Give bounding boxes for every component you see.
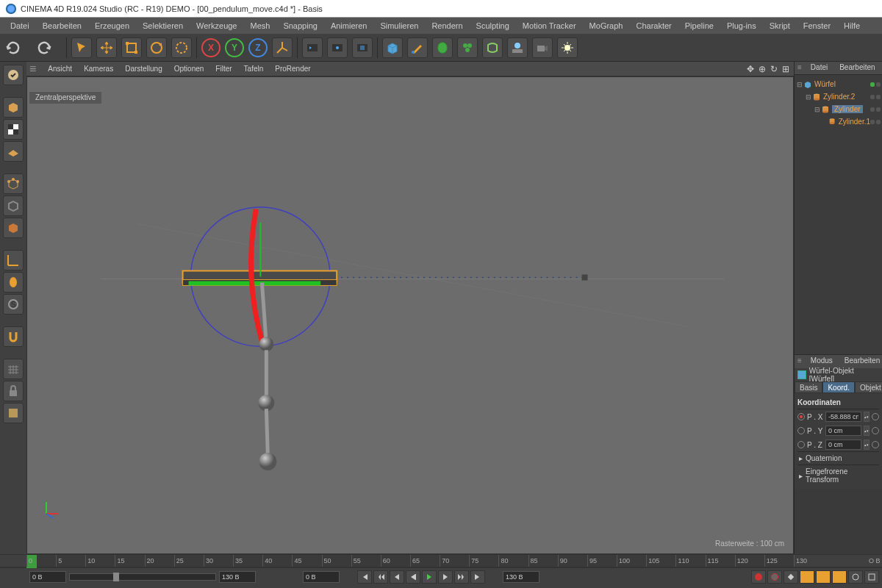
menu-charakter[interactable]: Charakter bbox=[630, 19, 677, 32]
record-key-icon[interactable] bbox=[751, 570, 766, 584]
render-pictureviewer-icon[interactable] bbox=[327, 37, 348, 58]
workgrid-icon[interactable] bbox=[3, 359, 24, 379]
hierarchy-row-zylinder2[interactable]: ⊟ Zylinder.2 bbox=[796, 90, 881, 103]
vp-nav-rot-icon[interactable]: ↻ bbox=[769, 64, 779, 74]
y-axis-lock[interactable]: Y bbox=[225, 38, 244, 57]
nurbs-icon[interactable] bbox=[432, 37, 453, 58]
key-pos-icon[interactable] bbox=[800, 570, 814, 584]
menu-werkzeuge[interactable]: Werkzeuge bbox=[190, 19, 243, 32]
menu-motiontracker[interactable]: Motion Tracker bbox=[517, 19, 582, 32]
om-tab-datei[interactable]: Datei bbox=[805, 62, 833, 74]
render-settings-icon[interactable] bbox=[352, 37, 373, 58]
pz-input[interactable] bbox=[825, 440, 861, 450]
keyframe-dot-icon[interactable] bbox=[872, 441, 879, 448]
spinner-icon[interactable]: ▴▾ bbox=[864, 412, 870, 422]
move-tool[interactable] bbox=[96, 37, 117, 58]
om-tab-bearbeiten[interactable]: Bearbeiten bbox=[833, 62, 881, 74]
polygons-mode-icon[interactable] bbox=[3, 218, 24, 238]
next-key-icon[interactable] bbox=[454, 570, 469, 584]
workplane-mode-icon[interactable] bbox=[3, 141, 24, 162]
deformer-icon[interactable] bbox=[482, 37, 503, 58]
play-back-icon[interactable] bbox=[406, 570, 420, 584]
goto-end-icon[interactable] bbox=[470, 570, 485, 584]
prev-frame-icon[interactable] bbox=[390, 570, 404, 584]
snap-toggle-icon[interactable]: S bbox=[3, 294, 24, 315]
coord-system-icon[interactable] bbox=[272, 37, 293, 58]
keyframe-dot-icon[interactable] bbox=[872, 427, 879, 434]
menu-fenster[interactable]: Fenster bbox=[797, 19, 836, 32]
spinner-icon[interactable]: ▴▾ bbox=[864, 426, 870, 436]
menu-mesh[interactable]: Mesh bbox=[244, 19, 276, 32]
attr-quaternion-collapse[interactable]: ▸Quaternion bbox=[797, 451, 879, 465]
range-start-input[interactable] bbox=[29, 571, 66, 583]
vp-menu-prorender[interactable]: ProRender bbox=[270, 63, 315, 74]
environment-icon[interactable] bbox=[507, 37, 528, 58]
live-select-tool[interactable] bbox=[71, 37, 92, 58]
edges-mode-icon[interactable] bbox=[3, 196, 24, 216]
vp-menu-ansicht[interactable]: Ansicht bbox=[43, 63, 76, 74]
scale-tool[interactable] bbox=[121, 37, 142, 58]
menu-skript[interactable]: Skript bbox=[764, 19, 796, 32]
primitive-cube-icon[interactable] bbox=[382, 37, 403, 58]
texture-mode-icon[interactable] bbox=[3, 119, 24, 140]
attr-tab-objekt[interactable]: Objekt bbox=[855, 381, 882, 393]
keyframe-sel-icon[interactable] bbox=[784, 570, 798, 584]
model-mode-icon[interactable] bbox=[3, 97, 24, 118]
menu-rendern[interactable]: Rendern bbox=[426, 19, 468, 32]
camera-icon[interactable] bbox=[532, 37, 553, 58]
vp-menu-tafeln[interactable]: Tafeln bbox=[240, 63, 268, 74]
points-mode-icon[interactable] bbox=[3, 173, 24, 194]
vp-menu-optionen[interactable]: Optionen bbox=[170, 63, 209, 74]
timeline-ruler[interactable]: 0510152025303540455055606570758085909510… bbox=[0, 554, 882, 567]
vp-maximize-icon[interactable]: ⊞ bbox=[781, 64, 791, 74]
generator-icon[interactable] bbox=[457, 37, 478, 58]
goto-start-icon[interactable] bbox=[357, 570, 372, 584]
magnet-icon[interactable] bbox=[3, 326, 24, 347]
spline-pen-icon[interactable] bbox=[407, 37, 428, 58]
light-icon[interactable] bbox=[557, 37, 578, 58]
make-editable-icon[interactable] bbox=[3, 65, 24, 85]
play-forward-icon[interactable] bbox=[422, 570, 437, 584]
attr-tab-basis[interactable]: Basis bbox=[795, 381, 822, 393]
vp-nav-move-icon[interactable]: ✥ bbox=[745, 64, 756, 74]
keyframe-dot-icon[interactable] bbox=[797, 441, 805, 448]
render-view-icon[interactable] bbox=[302, 37, 323, 58]
z-axis-lock[interactable]: Z bbox=[248, 38, 268, 57]
lock-icon[interactable] bbox=[3, 381, 24, 401]
attr-tab-koord[interactable]: Koord. bbox=[822, 381, 854, 393]
hierarchy-row-zylinder[interactable]: ⊟ Zylinder bbox=[796, 103, 881, 115]
hierarchy-row-zylinder1[interactable]: ⊟ Zylinder.1 bbox=[796, 115, 881, 128]
redo-icon[interactable] bbox=[35, 40, 53, 55]
keyframe-dot-icon[interactable] bbox=[797, 427, 805, 434]
key-pla-icon[interactable] bbox=[864, 570, 879, 584]
vp-menu-kameras[interactable]: Kameras bbox=[79, 63, 118, 74]
undo-icon[interactable] bbox=[4, 40, 22, 55]
current-frame-input[interactable] bbox=[303, 571, 340, 583]
keyframe-dot-icon[interactable] bbox=[872, 413, 879, 420]
spinner-icon[interactable]: ▴▾ bbox=[864, 440, 870, 450]
x-axis-lock[interactable]: X bbox=[201, 38, 220, 57]
autokey-icon[interactable] bbox=[767, 570, 782, 584]
hierarchy-row-wuerfel[interactable]: ⊟ Würfel bbox=[796, 78, 881, 90]
vp-menu-darstellung[interactable]: Darstellung bbox=[121, 63, 167, 74]
vp-nav-zoom-icon[interactable]: ⊕ bbox=[757, 64, 767, 74]
attr-frozen-collapse[interactable]: ▸Eingefrorene Transform bbox=[797, 465, 879, 486]
key-param-icon[interactable] bbox=[848, 570, 863, 584]
viewport-solo-icon[interactable] bbox=[3, 403, 24, 423]
axis-mode-icon[interactable] bbox=[3, 250, 24, 270]
rotate-tool[interactable] bbox=[146, 37, 167, 58]
menu-erzeugen[interactable]: Erzeugen bbox=[89, 19, 135, 32]
menu-simulieren[interactable]: Simulieren bbox=[374, 19, 424, 32]
menu-sculpting[interactable]: Sculpting bbox=[470, 19, 515, 32]
prev-key-icon[interactable] bbox=[373, 570, 388, 584]
menu-mograph[interactable]: MoGraph bbox=[584, 19, 629, 32]
object-hierarchy[interactable]: ⊟ Würfel ⊟ Zylinder.2 ⊟ Zylinder ⊟ Zyli bbox=[795, 75, 882, 354]
menu-snapping[interactable]: Snapping bbox=[277, 19, 323, 32]
menu-datei[interactable]: Datei bbox=[4, 19, 35, 32]
range-end-input[interactable] bbox=[219, 571, 256, 583]
menu-plugins[interactable]: Plug-ins bbox=[721, 19, 762, 32]
menu-hilfe[interactable]: Hilfe bbox=[838, 19, 866, 32]
keyframe-dot-icon[interactable] bbox=[797, 413, 805, 420]
tweak-mode-icon[interactable] bbox=[3, 272, 24, 293]
vp-menu-filter[interactable]: Filter bbox=[211, 63, 236, 74]
